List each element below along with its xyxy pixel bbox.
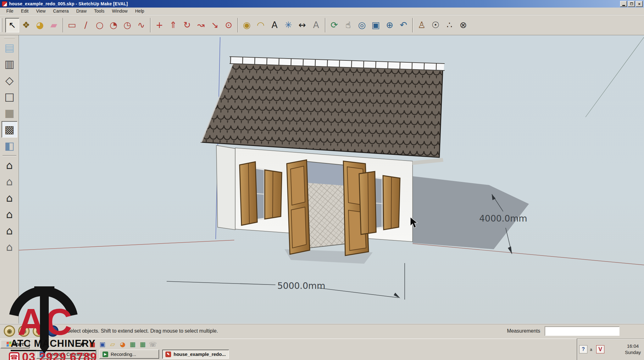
walk-tool-button[interactable]: ∴ <box>442 18 456 32</box>
tray-language-indicator[interactable]: a <box>590 347 594 352</box>
task-house-model-button[interactable]: ✎house_example_redo... <box>162 350 229 359</box>
scale-tool-button[interactable]: ↘ <box>208 18 222 32</box>
tray-help-icon[interactable]: ? <box>579 345 587 353</box>
window-left[interactable] <box>240 162 282 225</box>
menu-camera[interactable]: Camera <box>49 8 73 14</box>
eraser-tool-button[interactable]: ▰ <box>47 18 61 32</box>
app-save-icon[interactable]: ▣ <box>98 340 107 348</box>
protractor-tool-button[interactable]: ◠ <box>254 18 268 32</box>
top-view-icon: ⌂ <box>6 176 13 187</box>
pie-tool-button[interactable]: ◷ <box>120 18 134 32</box>
freehand-icon: ∿ <box>137 21 145 30</box>
tray-antivirus-icon[interactable]: V <box>596 345 604 353</box>
position-camera-tool-button[interactable]: ♙ <box>415 18 429 32</box>
monochrome-style-icon: ◧ <box>4 140 14 151</box>
top-view-button[interactable]: ⌂ <box>2 173 17 190</box>
help-status-icon[interactable]: ? <box>47 325 58 337</box>
measurements-input[interactable] <box>545 326 619 336</box>
select-tool-button[interactable]: ↖ <box>5 18 19 32</box>
zoom-tool-button[interactable]: ◎ <box>355 18 369 32</box>
menu-file[interactable]: File <box>3 8 17 14</box>
app-cap-icon[interactable]: ♠ <box>78 340 87 348</box>
sketchup-window: house_example_redo_005.skp - SketchUp Ma… <box>0 0 644 360</box>
follow-me-tool-button[interactable]: ↝ <box>194 18 208 32</box>
menu-edit[interactable]: Edit <box>17 8 32 14</box>
roof[interactable] <box>201 62 443 157</box>
restore-button[interactable] <box>628 1 635 7</box>
line-tool-button[interactable]: ∕ <box>79 18 93 32</box>
app-handset-icon[interactable]: ☏ <box>148 340 157 348</box>
wireframe-style-button[interactable]: ◇ <box>2 72 17 88</box>
minimize-button[interactable] <box>620 1 627 7</box>
iso-view-button[interactable]: ⌂ <box>2 157 17 173</box>
shutter-right-a[interactable] <box>359 172 376 234</box>
door-opening[interactable] <box>303 161 345 249</box>
look-around-icon: ☉ <box>431 21 439 30</box>
back-edges-style-button[interactable]: ▥ <box>2 56 17 72</box>
hidden-line-style-button[interactable]: □ <box>2 88 17 105</box>
make-component-tool-button[interactable]: ❖ <box>19 18 33 32</box>
app-red-box-icon[interactable]: ■ <box>88 340 97 348</box>
shaded-style-button[interactable]: ■ <box>2 105 17 121</box>
text-tool-button[interactable]: A <box>268 18 281 32</box>
offset-tool-button[interactable]: ⊙ <box>222 18 236 32</box>
status-message: Select objects. Shift to extend select. … <box>67 328 218 334</box>
zoom-previous-tool-button[interactable]: ↶ <box>397 18 410 32</box>
xray-style-icon: ▤ <box>4 42 14 53</box>
select-icon: ↖ <box>8 21 16 30</box>
claim-credit-status-icon[interactable]: ◉ <box>18 325 30 337</box>
geolocation-status-icon[interactable]: ◉ <box>4 325 15 337</box>
menu-tools[interactable]: Tools <box>90 8 108 14</box>
look-around-tool-button[interactable]: ☉ <box>429 18 442 32</box>
tape-measure-tool-button[interactable]: ◉ <box>240 18 254 32</box>
zoom-extents-tool-button[interactable]: ⊕ <box>383 18 397 32</box>
menu-help[interactable]: Help <box>131 8 148 14</box>
window-right[interactable] <box>359 172 400 234</box>
shutter-left-b[interactable] <box>265 170 282 219</box>
front-view-button[interactable]: ⌂ <box>2 190 17 206</box>
back-view-button[interactable]: ⌂ <box>2 222 17 239</box>
toolbar-group-4: ⟳☝◎▣⊕↶ <box>325 18 412 32</box>
sidebar-grip[interactable] <box>4 37 15 38</box>
model-canvas[interactable]: 5000.0mm 4000.0mm <box>19 35 644 323</box>
monochrome-style-button[interactable]: ◧ <box>2 138 17 154</box>
arc-tool-button[interactable]: ◔ <box>107 18 120 32</box>
move-tool-button[interactable]: + <box>153 18 166 32</box>
zoom-window-tool-button[interactable]: ▣ <box>369 18 383 32</box>
close-button[interactable]: × <box>636 1 643 7</box>
freehand-tool-button[interactable]: ∿ <box>134 18 148 32</box>
right-view-button[interactable]: ⌂ <box>2 206 17 222</box>
app-excel-2-icon[interactable]: ▦ <box>138 340 147 348</box>
shaded-textures-style-button[interactable]: ▩ <box>2 121 17 138</box>
menu-window[interactable]: Window <box>108 8 131 14</box>
axes-tool-button[interactable]: ✳ <box>281 18 295 32</box>
app-folder-icon[interactable]: ▱ <box>108 340 117 348</box>
task-recording-button[interactable]: ▶Recording... <box>99 350 159 359</box>
rectangle-tool-button[interactable]: ▭ <box>65 18 79 32</box>
sidebar-separator <box>3 155 16 156</box>
circle-tool-button[interactable]: ○ <box>93 18 107 32</box>
app-excel-icon[interactable]: ▦ <box>128 340 137 348</box>
compass-tool-button[interactable]: ⊗ <box>456 18 470 32</box>
gable-wall[interactable] <box>216 145 235 230</box>
house-model[interactable] <box>201 57 445 256</box>
paint-bucket-tool-button[interactable]: ◕ <box>33 18 47 32</box>
toolbar-grip[interactable] <box>1 18 2 32</box>
start-button[interactable]: Start <box>1 340 30 348</box>
task-network-connections-button[interactable]: ⇄Network Connections <box>36 350 96 359</box>
door-left[interactable] <box>287 160 310 254</box>
3d-text-tool-button[interactable]: A <box>309 18 323 32</box>
xray-style-button[interactable]: ▤ <box>2 39 17 56</box>
menu-draw[interactable]: Draw <box>73 8 91 14</box>
system-tray: ? a V 16:04 Sunday <box>577 339 644 360</box>
app-firefox-icon[interactable]: ◕ <box>118 340 127 348</box>
dimension-tool-button[interactable]: ↔ <box>295 18 309 32</box>
model-info-status-icon[interactable]: ◉ <box>33 325 44 337</box>
menu-view[interactable]: View <box>32 8 49 14</box>
orbit-tool-button[interactable]: ⟳ <box>327 18 341 32</box>
left-view-button[interactable]: ⌂ <box>2 239 17 255</box>
dimension-width[interactable]: 5000.0mm <box>167 263 405 300</box>
pan-tool-button[interactable]: ☝ <box>341 18 355 32</box>
rotate-tool-button[interactable]: ↻ <box>180 18 194 32</box>
push-pull-tool-button[interactable]: ⇑ <box>166 18 180 32</box>
